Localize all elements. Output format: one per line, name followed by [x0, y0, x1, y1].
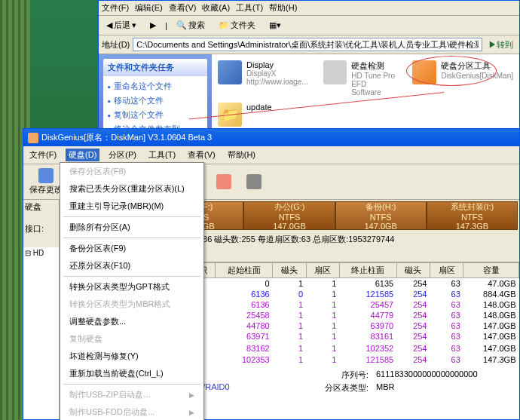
- menu-item[interactable]: 编辑(E): [135, 2, 163, 14]
- back-button[interactable]: ◀ 后退 ▾: [102, 18, 141, 32]
- submenu-item[interactable]: 坏道检测与修复(Y): [60, 348, 203, 365]
- submenu-item[interactable]: 删除所有分区(A): [60, 219, 203, 236]
- diskgenius-window: DiskGenius[原名：DiskMan] V3.1.0604 Beta 3 …: [23, 128, 520, 420]
- address-input[interactable]: [133, 38, 482, 51]
- menu-item[interactable]: 帮助(H): [269, 2, 297, 14]
- menu-item[interactable]: 收藏(A): [202, 2, 230, 14]
- menu-item[interactable]: 查看(V): [185, 149, 219, 161]
- address-bar: 地址(D) ▶转到: [99, 35, 519, 54]
- submenu-item: 保存分区表(F8): [60, 163, 203, 180]
- submenu-item[interactable]: 转换分区表类型为GPT格式: [60, 278, 203, 296]
- folders-button[interactable]: 📁 文件夹: [214, 18, 260, 32]
- go-button[interactable]: ▶转到: [485, 38, 516, 51]
- views-button[interactable]: ▦▾: [265, 19, 286, 32]
- app-icon: [28, 133, 38, 143]
- toolbar-button[interactable]: [213, 173, 234, 192]
- menu-item[interactable]: 文件(F): [102, 2, 129, 14]
- explorer-menubar: 文件(F)编辑(E)查看(V)收藏(A)工具(T)帮助(H): [99, 1, 519, 16]
- file-item[interactable]: 硬盘分区工具DiskGenius[DiskMan]: [412, 60, 513, 97]
- menu-item[interactable]: 工具(T): [236, 2, 263, 14]
- tree-panel[interactable]: ⊟ HD: [23, 247, 60, 419]
- partition-segment[interactable]: 系统封装(I:)NTFS147.3GB: [427, 201, 518, 230]
- submenu-item[interactable]: 重新加载当前硬盘(Ctrl_L): [60, 365, 203, 382]
- forward-button[interactable]: ▶: [145, 19, 161, 32]
- partition-segment[interactable]: 办公(G:)NTFS147.0GB: [243, 201, 335, 230]
- search-button[interactable]: 🔍 搜索: [172, 18, 210, 32]
- partition-segment[interactable]: 备份(H:)NTFS147.0GB: [335, 201, 427, 230]
- submenu-item[interactable]: 调整硬盘参数...: [60, 313, 203, 330]
- submenu-item: 复制硬盘: [60, 330, 203, 348]
- menu-item[interactable]: 查看(V): [169, 2, 197, 14]
- file-item[interactable]: 硬盘检测HD Tune ProEFD Software: [323, 60, 398, 97]
- menu-item[interactable]: 硬盘(D): [66, 149, 99, 161]
- file-icon: [412, 60, 436, 84]
- menu-item[interactable]: 工具(T): [145, 149, 179, 161]
- submenu-item[interactable]: 还原分区表(F10): [60, 257, 203, 274]
- disk-submenu: 保存分区表(F8)搜索已丢失分区(重建分区表)(L)重建主引导记录(MBR)(M…: [60, 162, 204, 420]
- submenu-item: 转换分区表类型为MBR格式: [60, 296, 203, 313]
- menu-item[interactable]: 帮助(H): [225, 149, 258, 161]
- file-icon: [323, 60, 347, 84]
- explorer-toolbar: ◀ 后退 ▾ ▶ | 🔍 搜索 📁 文件夹 ▦▾: [99, 16, 519, 35]
- file-icon: [218, 60, 242, 84]
- dg-titlebar: DiskGenius[原名：DiskMan] V3.1.0604 Beta 3: [23, 129, 519, 146]
- menu-item[interactable]: 分区(P): [106, 149, 139, 161]
- menu-item[interactable]: 文件(F): [26, 149, 60, 161]
- submenu-item[interactable]: 备份分区表(F9): [60, 240, 203, 257]
- submenu-item: 制作USB-FDD启动盘...▶: [60, 403, 203, 420]
- submenu-item[interactable]: 重建主引导记录(MBR)(M): [60, 198, 203, 215]
- tasks-header: 文件和文件夹任务: [103, 59, 207, 76]
- toolbar-button[interactable]: [243, 173, 265, 192]
- dg-menubar: 文件(F)硬盘(D)分区(P)工具(T)查看(V)帮助(H)保存分区表(F8)搜…: [23, 146, 519, 164]
- task-link[interactable]: ▪复制这个文件: [108, 108, 203, 122]
- address-label: 地址(D): [102, 39, 130, 51]
- task-link[interactable]: ▪移动这个文件: [108, 94, 203, 108]
- task-link[interactable]: ▪重命名这个文件: [108, 79, 203, 94]
- submenu-item[interactable]: 搜索已丢失分区(重建分区表)(L): [60, 180, 203, 198]
- explorer-window: 文件(F)编辑(E)查看(V)收藏(A)工具(T)帮助(H) ◀ 后退 ▾ ▶ …: [98, 0, 520, 143]
- submenu-item: 制作USB-ZIP启动盘...▶: [60, 386, 203, 403]
- file-item[interactable]: DisplayDisplayXhttp://www.ioage...: [218, 60, 308, 97]
